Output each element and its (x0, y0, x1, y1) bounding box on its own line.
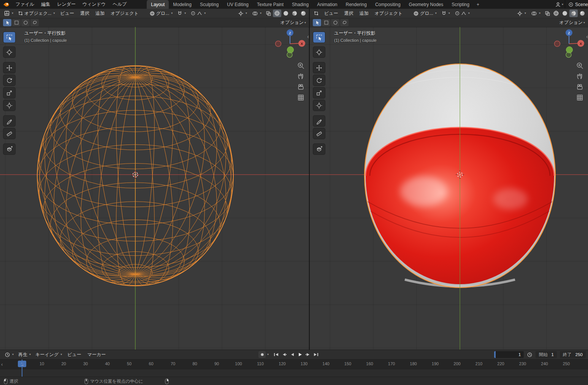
shading-rendered-toggle[interactable] (578, 10, 586, 17)
gizmos-toggle[interactable]: ▾ (236, 10, 249, 17)
tab-geometry-nodes[interactable]: Geometry Nodes (405, 0, 448, 9)
menu-object[interactable]: オブジェクト (372, 10, 406, 17)
timeline-view-menu[interactable]: ビュー (64, 351, 84, 358)
tool-measure[interactable] (3, 128, 15, 139)
tool-measure[interactable] (313, 128, 325, 139)
tool-annotate[interactable] (3, 116, 15, 126)
menu-add[interactable]: 追加 (357, 10, 372, 17)
next-keyframe-button[interactable] (304, 351, 312, 358)
pan-hand-icon[interactable] (576, 73, 583, 80)
tool-cursor[interactable] (313, 47, 325, 57)
menu-file[interactable]: ファイル (12, 0, 38, 9)
tool-select-box[interactable] (3, 32, 15, 43)
camera-view-icon[interactable] (297, 83, 304, 91)
viewport-3d-wireframe[interactable]: ユーザー・平行投影 (1) Collection | capsule Z X (0, 27, 309, 350)
menu-render[interactable]: レンダー (54, 0, 79, 9)
frame-start-field[interactable]: 開始1 (536, 351, 556, 358)
tool-annotate[interactable] (313, 116, 325, 126)
tab-modeling[interactable]: Modeling (169, 0, 196, 9)
select-mode-circle[interactable] (21, 19, 30, 26)
tab-animation[interactable]: Animation (313, 0, 341, 9)
prev-keyframe-button[interactable] (281, 351, 288, 358)
select-mode-box[interactable] (322, 19, 330, 26)
tab-uv-editing[interactable]: UV Editing (223, 0, 253, 9)
select-mode-box[interactable] (12, 19, 21, 26)
shading-solid-toggle[interactable] (282, 10, 290, 17)
menu-object[interactable]: オブジェクト (108, 10, 142, 17)
tool-rotate[interactable] (313, 75, 325, 86)
shading-material-toggle[interactable] (569, 10, 578, 17)
tab-rendering[interactable]: Rendering (342, 0, 371, 9)
keying-menu[interactable]: キーイング▾ (33, 351, 64, 358)
snap-toggle[interactable]: ▾ (439, 10, 452, 17)
current-frame-field[interactable]: 1 (494, 351, 524, 358)
orientation-selector[interactable]: グロ...▾ (411, 10, 439, 17)
proportional-edit-toggle[interactable]: ▾ (452, 10, 472, 17)
proportional-edit-toggle[interactable]: ▾ (188, 10, 208, 17)
shading-wireframe-toggle[interactable] (552, 10, 560, 17)
timeline-ruler[interactable]: ‹ 10203040506070809010011012013014015016… (0, 360, 588, 369)
tool-rotate[interactable] (3, 75, 15, 86)
timeline-marker-menu[interactable]: マーカー (84, 351, 109, 358)
tab-compositing[interactable]: Compositing (371, 0, 405, 9)
select-mode-tweak[interactable] (313, 19, 321, 26)
mode-selector[interactable]: オブジェク... (311, 10, 321, 17)
gizmos-toggle[interactable]: ▾ (515, 10, 528, 17)
tool-cursor[interactable] (3, 47, 15, 57)
tool-select-box[interactable] (313, 32, 325, 43)
tab-scripting[interactable]: Scripting (447, 0, 474, 9)
pan-hand-icon[interactable] (297, 73, 304, 80)
select-mode-circle[interactable] (331, 19, 339, 26)
orientation-selector[interactable]: グロ...▾ (147, 10, 175, 17)
grid-ortho-icon[interactable] (297, 94, 304, 101)
shading-rendered-toggle[interactable] (299, 10, 307, 17)
menu-select[interactable]: 選択 (341, 10, 357, 17)
tool-move[interactable] (313, 62, 325, 73)
timeline-editor-type-button[interactable]: ▾ (2, 351, 16, 358)
overlays-toggle[interactable]: ▾ (529, 10, 543, 17)
menu-add[interactable]: 追加 (92, 10, 108, 17)
tool-add-primitive[interactable] (3, 144, 15, 154)
mode-selector[interactable]: オブジェク...▾ (16, 10, 57, 17)
tool-add-primitive[interactable] (313, 144, 325, 154)
timeline-body[interactable]: ‹ 10203040506070809010011012013014015016… (0, 359, 588, 377)
menu-help[interactable]: ヘルプ (109, 0, 130, 9)
tool-transform[interactable] (3, 100, 15, 111)
navigation-gizmo[interactable]: Z X (274, 28, 306, 60)
tool-transform[interactable] (313, 100, 325, 111)
overlays-toggle[interactable]: ▾ (250, 10, 264, 17)
tab-layout[interactable]: Layout (147, 0, 169, 9)
shading-wireframe-toggle[interactable] (273, 10, 281, 17)
camera-view-icon[interactable] (576, 83, 583, 91)
ruler-scroll-arrow[interactable]: ‹ (1, 361, 3, 367)
xray-toggle[interactable] (543, 10, 552, 17)
menu-view[interactable]: ビュー (57, 10, 77, 17)
sidebar-collapse-arrow[interactable]: ‹ (307, 34, 309, 39)
options-dropdown[interactable]: オプション▾ (281, 19, 306, 26)
playhead[interactable] (22, 360, 22, 377)
auto-keying-toggle[interactable] (258, 351, 266, 358)
sidebar-collapse-arrow[interactable]: ‹ (586, 34, 588, 39)
zoom-icon[interactable] (576, 62, 583, 69)
tab-sculpting[interactable]: Sculpting (196, 0, 223, 9)
jump-to-start-button[interactable] (273, 351, 280, 358)
select-mode-lasso[interactable] (340, 19, 349, 26)
tab-shading[interactable]: Shading (288, 0, 313, 9)
grid-ortho-icon[interactable] (576, 94, 583, 101)
tab-texture-paint[interactable]: Texture Paint (253, 0, 288, 9)
tool-move[interactable] (3, 62, 15, 73)
preview-range-clock-icon[interactable] (527, 352, 533, 358)
shading-solid-toggle[interactable] (561, 10, 569, 17)
menu-window[interactable]: ウィンドウ (79, 0, 109, 9)
extensions-user-icon[interactable]: ▾ (555, 2, 563, 8)
scene-selector[interactable]: Scene (565, 0, 588, 9)
shading-material-toggle[interactable] (290, 10, 299, 17)
menu-edit[interactable]: 編集 (38, 0, 54, 9)
snap-toggle[interactable]: ▾ (175, 10, 188, 17)
xray-toggle[interactable] (264, 10, 273, 17)
tool-scale[interactable] (313, 88, 325, 98)
playback-menu[interactable]: 再生▾ (16, 351, 33, 358)
jump-to-end-button[interactable] (312, 351, 320, 358)
play-reverse-button[interactable] (288, 351, 296, 358)
play-button[interactable] (296, 351, 304, 358)
